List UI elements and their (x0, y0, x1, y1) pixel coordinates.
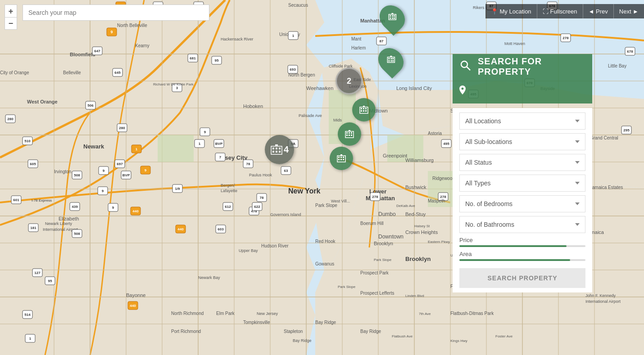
svg-rect-278 (390, 56, 392, 57)
svg-text:Richard W De Korte Park: Richard W De Korte Park (153, 82, 194, 86)
svg-text:95: 95 (48, 279, 52, 283)
svg-rect-306 (279, 148, 281, 149)
svg-text:439: 439 (72, 205, 78, 209)
svg-text:Governors Island: Governors Island (270, 212, 301, 217)
bathrooms-select[interactable]: No. of Bathrooms (459, 216, 585, 233)
svg-text:1: 1 (199, 142, 201, 146)
svg-text:Brooklyn: Brooklyn (405, 256, 431, 262)
svg-rect-302 (340, 154, 342, 156)
svg-rect-270 (391, 13, 393, 14)
sub-locations-select[interactable]: All Sub-locations (459, 133, 585, 150)
svg-text:Foster Ave: Foster Ave (495, 334, 513, 338)
svg-text:9: 9 (145, 168, 147, 172)
svg-text:647: 647 (94, 49, 100, 53)
zoom-out-button[interactable]: − (5, 17, 17, 30)
svg-rect-305 (276, 148, 277, 149)
svg-text:508: 508 (74, 232, 80, 236)
svg-text:North Belleville: North Belleville (117, 23, 147, 28)
svg-text:Weehawken: Weehawken (306, 85, 333, 91)
map-marker-5[interactable] (330, 147, 353, 170)
search-box-container (23, 4, 209, 21)
svg-text:Flatbush Ave: Flatbush Ave (392, 334, 413, 338)
map-marker-cluster-2[interactable]: 2 (336, 67, 363, 94)
svg-text:I-78 Express: I-78 Express (32, 198, 52, 202)
svg-rect-300 (340, 159, 342, 160)
svg-text:Brooklyn: Brooklyn (374, 241, 393, 246)
panel-location-row (453, 79, 592, 103)
svg-text:Halsey St: Halsey St (414, 224, 430, 228)
svg-rect-272 (388, 58, 390, 59)
price-slider-track (459, 245, 585, 247)
prev-button[interactable]: ◄ Prev (583, 4, 613, 18)
svg-text:Newark Bay: Newark Bay (198, 275, 220, 280)
svg-text:Linden Blvd: Linden Blvd (405, 294, 424, 298)
map-marker-2[interactable] (379, 47, 403, 74)
svg-text:Park Slope: Park Slope (315, 203, 337, 208)
svg-text:440: 440 (132, 209, 139, 213)
svg-point-311 (461, 61, 467, 67)
svg-text:International Airport: International Airport (585, 299, 621, 304)
price-label: Price (459, 237, 585, 243)
map-marker-4[interactable] (338, 122, 361, 146)
svg-rect-276 (390, 60, 392, 62)
svg-rect-301 (343, 159, 344, 160)
svg-text:514: 514 (24, 313, 31, 317)
location-icon: 📍 (491, 8, 498, 15)
svg-text:Ridgewood: Ridgewood (432, 176, 455, 181)
search-property-button[interactable]: SEARCH PROPERTY (459, 268, 585, 288)
price-slider-section: Price (459, 237, 585, 247)
types-select[interactable]: All Types (459, 175, 585, 192)
svg-rect-307 (272, 151, 274, 153)
svg-rect-296 (338, 157, 340, 158)
svg-text:New York: New York (288, 187, 321, 195)
svg-text:Secaucus: Secaucus (288, 3, 308, 8)
svg-text:1: 1 (29, 337, 32, 341)
svg-text:Irvington: Irvington (54, 169, 71, 174)
svg-text:495: 495 (443, 142, 449, 146)
locations-select[interactable]: All Locations (459, 112, 585, 130)
svg-text:678: 678 (627, 49, 633, 54)
area-slider-fill (459, 259, 570, 261)
svg-rect-277 (392, 60, 394, 62)
svg-rect-264 (390, 15, 391, 17)
svg-text:440: 440 (177, 227, 184, 231)
search-input[interactable] (23, 4, 209, 21)
svg-rect-298 (343, 157, 344, 158)
area-slider-track (459, 259, 585, 261)
svg-text:Gowanus: Gowanus (315, 261, 334, 266)
svg-text:Crown Heights: Crown Heights (405, 229, 438, 235)
svg-text:697: 697 (117, 162, 123, 166)
svg-line-312 (467, 67, 470, 70)
svg-rect-36 (158, 135, 194, 162)
svg-text:Jamaica Estates: Jamaica Estates (590, 185, 623, 190)
svg-rect-280 (361, 108, 362, 109)
my-location-button[interactable]: 📍 My Location (485, 4, 537, 18)
panel-header: SEARCH FOR PROPERTY (453, 54, 592, 79)
fullscreen-button[interactable]: ⛶ Fullscreen (537, 4, 583, 18)
svg-text:645: 645 (114, 71, 121, 75)
search-panel: SEARCH FOR PROPERTY All Locations All Su… (453, 54, 592, 292)
svg-text:West Orange: West Orange (27, 99, 58, 104)
svg-text:7th Ave: 7th Ave (419, 312, 431, 316)
map-marker-cluster-4[interactable]: 4 (265, 135, 294, 164)
svg-text:Mids: Mids (333, 118, 342, 122)
svg-rect-285 (365, 110, 367, 112)
svg-text:440: 440 (130, 304, 136, 308)
svg-text:693: 693 (290, 67, 296, 72)
svg-text:Stapleton: Stapleton (284, 329, 303, 334)
status-select[interactable]: All Status (459, 154, 585, 171)
svg-rect-288 (346, 132, 348, 134)
svg-rect-291 (346, 135, 348, 136)
svg-rect-269 (394, 18, 395, 19)
svg-text:278: 278 (562, 36, 569, 40)
svg-text:Flatbush-Ditmas Park: Flatbush-Ditmas Park (450, 311, 494, 316)
svg-text:1: 1 (292, 34, 295, 38)
map-marker-3[interactable] (352, 98, 376, 121)
svg-rect-309 (279, 151, 281, 153)
svg-text:Newark Liberty: Newark Liberty (45, 221, 73, 226)
bedrooms-select[interactable]: No. of Bedrooms (459, 195, 585, 212)
svg-text:Newark: Newark (83, 143, 104, 150)
zoom-in-button[interactable]: + (5, 4, 17, 17)
next-button[interactable]: Next ► (613, 4, 644, 18)
map-marker-1[interactable] (381, 4, 404, 31)
